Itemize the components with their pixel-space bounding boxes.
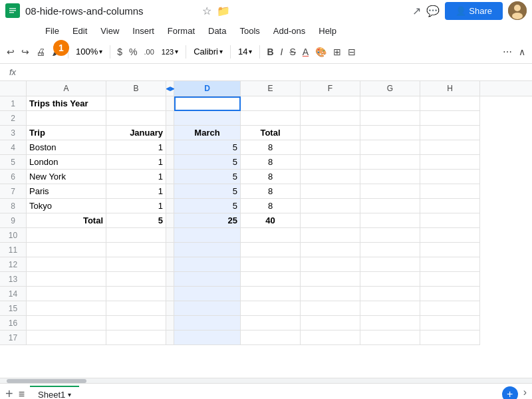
- cell-B1[interactable]: [106, 96, 166, 111]
- horizontal-scrollbar[interactable]: [0, 378, 532, 383]
- menu-item-format[interactable]: Format: [162, 25, 200, 37]
- cell-E13[interactable]: [174, 272, 241, 287]
- cell-B7[interactable]: 1: [106, 184, 166, 199]
- sheet-list-button[interactable]: ≡: [19, 388, 25, 400]
- borders-button[interactable]: ⊞: [331, 45, 344, 59]
- row-number-2[interactable]: 2: [0, 111, 27, 126]
- cell-I8[interactable]: [420, 199, 480, 213]
- cell-H7[interactable]: [360, 184, 420, 199]
- cell-B6[interactable]: 1: [106, 170, 166, 184]
- cell-G1[interactable]: [301, 96, 360, 111]
- sheet-tab[interactable]: Sheet1 ▾: [30, 386, 79, 399]
- menu-item-add-ons[interactable]: Add-ons: [268, 25, 311, 37]
- add-sheet-button[interactable]: +: [5, 386, 13, 399]
- folder-icon[interactable]: 📁: [217, 5, 230, 17]
- col-header-F[interactable]: F: [301, 81, 360, 96]
- fontsize-dropdown[interactable]: 14 ▾: [235, 45, 255, 59]
- cell-H14[interactable]: [360, 287, 420, 301]
- cell-A9[interactable]: Total: [27, 213, 106, 228]
- menu-item-view[interactable]: View: [95, 25, 124, 37]
- cell-F5[interactable]: 8: [241, 155, 301, 170]
- cell-I15[interactable]: [420, 301, 480, 316]
- cell-E4[interactable]: 5: [174, 140, 241, 155]
- menu-item-file[interactable]: File: [40, 25, 65, 37]
- row-number-15[interactable]: 15: [0, 301, 27, 316]
- cell-E8[interactable]: 5: [174, 199, 241, 213]
- cell-B15[interactable]: [106, 301, 166, 316]
- cell-F8[interactable]: 8: [241, 199, 301, 213]
- row-number-11[interactable]: 11: [0, 243, 27, 257]
- row-number-7[interactable]: 7: [0, 184, 27, 199]
- cell-F12[interactable]: [241, 257, 301, 272]
- star-icon[interactable]: ☆: [202, 5, 211, 17]
- cell-A2[interactable]: [27, 111, 106, 126]
- cell-A14[interactable]: [27, 287, 106, 301]
- cell-H9[interactable]: [360, 213, 420, 228]
- row-number-6[interactable]: 6: [0, 170, 27, 184]
- cell-F15[interactable]: [241, 301, 301, 316]
- format-dropdown[interactable]: 123 ▾: [158, 46, 182, 58]
- row-number-5[interactable]: 5: [0, 155, 27, 170]
- row-number-9[interactable]: 9: [0, 213, 27, 228]
- cell-B2[interactable]: [106, 111, 166, 126]
- cell-E16[interactable]: [174, 316, 241, 331]
- row-number-10[interactable]: 10: [0, 228, 27, 243]
- cell-G15[interactable]: [301, 301, 360, 316]
- cell-I9[interactable]: [420, 213, 480, 228]
- cell-F6[interactable]: 8: [241, 170, 301, 184]
- cell-H4[interactable]: [360, 140, 420, 155]
- cell-F1[interactable]: [241, 96, 301, 111]
- share-button[interactable]: 👤 Share: [445, 2, 503, 20]
- cell-B14[interactable]: [106, 287, 166, 301]
- row-number-8[interactable]: 8: [0, 199, 27, 213]
- cell-E12[interactable]: [174, 257, 241, 272]
- scrollbar-thumb[interactable]: [7, 379, 86, 383]
- cell-A17[interactable]: [27, 331, 106, 345]
- cell-E10[interactable]: [174, 228, 241, 243]
- cell-E1[interactable]: [174, 96, 241, 111]
- row-number-3[interactable]: 3: [0, 126, 27, 140]
- cell-I11[interactable]: [420, 243, 480, 257]
- cell-B9[interactable]: 5: [106, 213, 166, 228]
- cell-H12[interactable]: [360, 257, 420, 272]
- cell-A11[interactable]: [27, 243, 106, 257]
- cell-F4[interactable]: 8: [241, 140, 301, 155]
- cell-A13[interactable]: [27, 272, 106, 287]
- cell-E11[interactable]: [174, 243, 241, 257]
- cell-H11[interactable]: [360, 243, 420, 257]
- cell-G5[interactable]: [301, 155, 360, 170]
- menu-item-help[interactable]: Help: [313, 25, 342, 37]
- sheets-nav-right[interactable]: ›: [523, 386, 527, 400]
- cell-I5[interactable]: [420, 155, 480, 170]
- currency-button[interactable]: $: [114, 45, 125, 59]
- avatar[interactable]: [508, 1, 527, 20]
- print-button[interactable]: 🖨: [33, 45, 48, 59]
- cell-F16[interactable]: [241, 316, 301, 331]
- cell-B5[interactable]: 1: [106, 155, 166, 170]
- cell-B8[interactable]: 1: [106, 199, 166, 213]
- percent-button[interactable]: %: [126, 45, 140, 59]
- cell-A10[interactable]: [27, 228, 106, 243]
- cell-E15[interactable]: [174, 301, 241, 316]
- cell-G4[interactable]: [301, 140, 360, 155]
- cell-G2[interactable]: [301, 111, 360, 126]
- text-color-button[interactable]: A: [300, 45, 311, 59]
- cell-B17[interactable]: [106, 331, 166, 345]
- col-header-E[interactable]: E: [241, 81, 301, 96]
- cell-I13[interactable]: [420, 272, 480, 287]
- cell-I7[interactable]: [420, 184, 480, 199]
- paint-format-button[interactable]: 🖌 1: [49, 45, 64, 59]
- more-button[interactable]: ⋯: [500, 45, 515, 59]
- cell-H2[interactable]: [360, 111, 420, 126]
- row-number-16[interactable]: 16: [0, 316, 27, 331]
- cell-G8[interactable]: [301, 199, 360, 213]
- cell-G10[interactable]: [301, 228, 360, 243]
- hidden-col-indicator[interactable]: ◀▶: [166, 81, 174, 96]
- menu-item-tools[interactable]: Tools: [234, 25, 265, 37]
- explore-button[interactable]: +: [502, 386, 518, 400]
- menu-item-edit[interactable]: Edit: [67, 25, 92, 37]
- cell-F2[interactable]: [241, 111, 301, 126]
- cell-G17[interactable]: [301, 331, 360, 345]
- row-number-1[interactable]: 1: [0, 96, 27, 111]
- row-number-13[interactable]: 13: [0, 272, 27, 287]
